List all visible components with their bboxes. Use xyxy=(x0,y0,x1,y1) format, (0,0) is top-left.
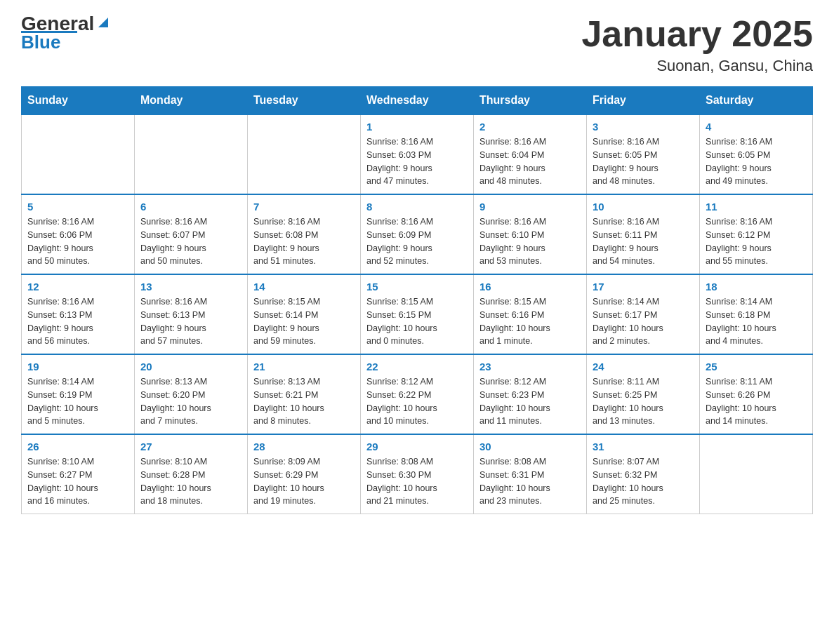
day-number: 22 xyxy=(366,361,468,373)
day-number: 28 xyxy=(253,441,355,452)
day-info: Sunrise: 8:16 AMSunset: 6:08 PMDaylight:… xyxy=(253,215,355,268)
calendar-title: January 2025 xyxy=(581,14,813,54)
day-number: 29 xyxy=(366,441,468,452)
day-number: 11 xyxy=(706,201,807,213)
day-number: 16 xyxy=(479,281,581,293)
calendar-cell xyxy=(22,114,135,194)
day-info: Sunrise: 8:14 AMSunset: 6:17 PMDaylight:… xyxy=(593,295,694,348)
day-info: Sunrise: 8:16 AMSunset: 6:11 PMDaylight:… xyxy=(593,215,694,268)
calendar-cell: 12Sunrise: 8:16 AMSunset: 6:13 PMDayligh… xyxy=(22,274,135,354)
calendar-body: 1Sunrise: 8:16 AMSunset: 6:03 PMDaylight… xyxy=(22,114,813,514)
day-info: Sunrise: 8:13 AMSunset: 6:20 PMDaylight:… xyxy=(140,375,241,428)
weekday-header-thursday: Thursday xyxy=(474,87,587,115)
calendar-cell: 22Sunrise: 8:12 AMSunset: 6:22 PMDayligh… xyxy=(361,354,474,434)
title-block: January 2025 Suonan, Gansu, China xyxy=(581,14,813,75)
day-info: Sunrise: 8:16 AMSunset: 6:04 PMDaylight:… xyxy=(479,135,581,188)
calendar-cell: 10Sunrise: 8:16 AMSunset: 6:11 PMDayligh… xyxy=(587,194,700,274)
day-info: Sunrise: 8:16 AMSunset: 6:13 PMDaylight:… xyxy=(27,295,128,348)
calendar-cell: 6Sunrise: 8:16 AMSunset: 6:07 PMDaylight… xyxy=(135,194,248,274)
day-info: Sunrise: 8:10 AMSunset: 6:27 PMDaylight:… xyxy=(27,455,128,508)
calendar-cell xyxy=(135,114,248,194)
logo-triangle-icon xyxy=(95,15,111,30)
calendar-week-row: 19Sunrise: 8:14 AMSunset: 6:19 PMDayligh… xyxy=(22,354,813,434)
calendar-week-row: 1Sunrise: 8:16 AMSunset: 6:03 PMDaylight… xyxy=(22,114,813,194)
day-info: Sunrise: 8:15 AMSunset: 6:14 PMDaylight:… xyxy=(253,295,355,348)
day-number: 17 xyxy=(593,281,694,293)
calendar-header: SundayMondayTuesdayWednesdayThursdayFrid… xyxy=(22,87,813,115)
weekday-header-saturday: Saturday xyxy=(700,87,813,115)
day-number: 12 xyxy=(27,281,128,293)
day-info: Sunrise: 8:16 AMSunset: 6:07 PMDaylight:… xyxy=(140,215,241,268)
day-info: Sunrise: 8:12 AMSunset: 6:22 PMDaylight:… xyxy=(366,375,468,428)
calendar-cell xyxy=(248,114,361,194)
svg-marker-0 xyxy=(98,18,108,27)
day-info: Sunrise: 8:15 AMSunset: 6:15 PMDaylight:… xyxy=(366,295,468,348)
day-number: 25 xyxy=(706,361,807,373)
day-info: Sunrise: 8:11 AMSunset: 6:26 PMDaylight:… xyxy=(706,375,807,428)
calendar-cell xyxy=(700,434,813,514)
calendar-cell: 29Sunrise: 8:08 AMSunset: 6:30 PMDayligh… xyxy=(361,434,474,514)
day-number: 7 xyxy=(253,201,355,213)
calendar-cell: 21Sunrise: 8:13 AMSunset: 6:21 PMDayligh… xyxy=(248,354,361,434)
day-number: 21 xyxy=(253,361,355,373)
day-info: Sunrise: 8:16 AMSunset: 6:10 PMDaylight:… xyxy=(479,215,581,268)
calendar-cell: 14Sunrise: 8:15 AMSunset: 6:14 PMDayligh… xyxy=(248,274,361,354)
day-number: 2 xyxy=(479,121,581,133)
day-info: Sunrise: 8:16 AMSunset: 6:05 PMDaylight:… xyxy=(593,135,694,188)
day-info: Sunrise: 8:16 AMSunset: 6:03 PMDaylight:… xyxy=(366,135,468,188)
day-info: Sunrise: 8:08 AMSunset: 6:31 PMDaylight:… xyxy=(479,455,581,508)
day-info: Sunrise: 8:16 AMSunset: 6:09 PMDaylight:… xyxy=(366,215,468,268)
day-number: 23 xyxy=(479,361,581,373)
day-number: 19 xyxy=(27,361,128,373)
calendar-cell: 25Sunrise: 8:11 AMSunset: 6:26 PMDayligh… xyxy=(700,354,813,434)
calendar-cell: 24Sunrise: 8:11 AMSunset: 6:25 PMDayligh… xyxy=(587,354,700,434)
day-info: Sunrise: 8:10 AMSunset: 6:28 PMDaylight:… xyxy=(140,455,241,508)
calendar-cell: 15Sunrise: 8:15 AMSunset: 6:15 PMDayligh… xyxy=(361,274,474,354)
calendar-cell: 9Sunrise: 8:16 AMSunset: 6:10 PMDaylight… xyxy=(474,194,587,274)
calendar-cell: 7Sunrise: 8:16 AMSunset: 6:08 PMDaylight… xyxy=(248,194,361,274)
day-info: Sunrise: 8:11 AMSunset: 6:25 PMDaylight:… xyxy=(593,375,694,428)
calendar-week-row: 5Sunrise: 8:16 AMSunset: 6:06 PMDaylight… xyxy=(22,194,813,274)
page-header: General Blue January 2025 Suonan, Gansu,… xyxy=(21,14,813,75)
day-number: 9 xyxy=(479,201,581,213)
weekday-header-tuesday: Tuesday xyxy=(248,87,361,115)
calendar-cell: 30Sunrise: 8:08 AMSunset: 6:31 PMDayligh… xyxy=(474,434,587,514)
day-number: 15 xyxy=(366,281,468,293)
calendar-cell: 23Sunrise: 8:12 AMSunset: 6:23 PMDayligh… xyxy=(474,354,587,434)
logo: General Blue xyxy=(21,14,111,51)
calendar-cell: 26Sunrise: 8:10 AMSunset: 6:27 PMDayligh… xyxy=(22,434,135,514)
day-number: 5 xyxy=(27,201,128,213)
day-info: Sunrise: 8:16 AMSunset: 6:13 PMDaylight:… xyxy=(140,295,241,348)
day-number: 3 xyxy=(593,121,694,133)
logo-text-blue: Blue xyxy=(21,33,60,51)
day-info: Sunrise: 8:16 AMSunset: 6:05 PMDaylight:… xyxy=(706,135,807,188)
day-number: 13 xyxy=(140,281,241,293)
calendar-cell: 31Sunrise: 8:07 AMSunset: 6:32 PMDayligh… xyxy=(587,434,700,514)
calendar-table: SundayMondayTuesdayWednesdayThursdayFrid… xyxy=(21,86,813,514)
calendar-cell: 20Sunrise: 8:13 AMSunset: 6:20 PMDayligh… xyxy=(135,354,248,434)
calendar-cell: 13Sunrise: 8:16 AMSunset: 6:13 PMDayligh… xyxy=(135,274,248,354)
day-number: 18 xyxy=(706,281,807,293)
calendar-cell: 27Sunrise: 8:10 AMSunset: 6:28 PMDayligh… xyxy=(135,434,248,514)
day-info: Sunrise: 8:13 AMSunset: 6:21 PMDaylight:… xyxy=(253,375,355,428)
weekday-header-sunday: Sunday xyxy=(22,87,135,115)
calendar-week-row: 12Sunrise: 8:16 AMSunset: 6:13 PMDayligh… xyxy=(22,274,813,354)
day-info: Sunrise: 8:14 AMSunset: 6:19 PMDaylight:… xyxy=(27,375,128,428)
day-info: Sunrise: 8:09 AMSunset: 6:29 PMDaylight:… xyxy=(253,455,355,508)
day-info: Sunrise: 8:15 AMSunset: 6:16 PMDaylight:… xyxy=(479,295,581,348)
day-number: 1 xyxy=(366,121,468,133)
weekday-header-wednesday: Wednesday xyxy=(361,87,474,115)
day-info: Sunrise: 8:14 AMSunset: 6:18 PMDaylight:… xyxy=(706,295,807,348)
day-number: 4 xyxy=(706,121,807,133)
day-number: 30 xyxy=(479,441,581,452)
calendar-cell: 19Sunrise: 8:14 AMSunset: 6:19 PMDayligh… xyxy=(22,354,135,434)
day-info: Sunrise: 8:16 AMSunset: 6:06 PMDaylight:… xyxy=(27,215,128,268)
day-info: Sunrise: 8:16 AMSunset: 6:12 PMDaylight:… xyxy=(706,215,807,268)
calendar-cell: 17Sunrise: 8:14 AMSunset: 6:17 PMDayligh… xyxy=(587,274,700,354)
day-number: 6 xyxy=(140,201,241,213)
weekday-header-friday: Friday xyxy=(587,87,700,115)
day-number: 20 xyxy=(140,361,241,373)
day-number: 26 xyxy=(27,441,128,452)
day-info: Sunrise: 8:08 AMSunset: 6:30 PMDaylight:… xyxy=(366,455,468,508)
weekday-header-monday: Monday xyxy=(135,87,248,115)
